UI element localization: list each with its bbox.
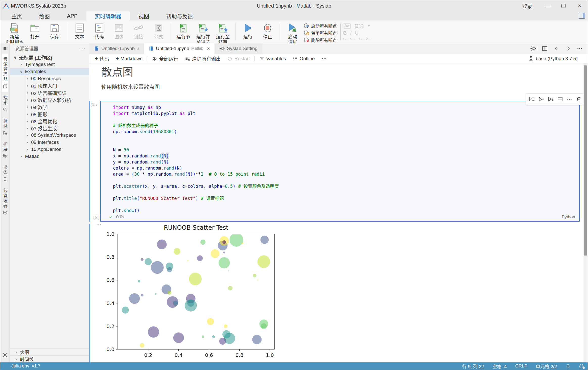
ribbon-tab-view[interactable]: 视图 [130, 11, 158, 20]
maximize-button[interactable] [555, 0, 572, 11]
split-editor-icon[interactable] [542, 45, 548, 52]
activity-item-extensions[interactable]: 扩展 [2, 139, 8, 162]
more-actions-icon[interactable] [577, 45, 583, 52]
ribbon-button-text[interactable]: 文本 [70, 22, 89, 40]
cell-more-icon[interactable] [566, 96, 573, 103]
navigate-back-icon[interactable] [553, 45, 559, 52]
chevron-down-icon: ∨ [19, 69, 23, 74]
tree-item-05-图形[interactable]: ›05 图形 [10, 110, 89, 118]
activity-item-files[interactable]: 资源管理器 [2, 54, 8, 92]
tree-item-02-语言基础知识[interactable]: ›02 语言基础知识 [10, 89, 89, 96]
run-by-line-icon[interactable] [529, 96, 535, 103]
ribbon-button-code[interactable]: 代码 [89, 22, 109, 40]
tree-item-00-resources[interactable]: ›00 Resources [10, 75, 89, 82]
cell-collapse-chevron-icon[interactable]: ∨ [95, 103, 98, 106]
tab-untitled-1-matlab[interactable]: Untitled-1.ipynbMatlab × [144, 43, 215, 54]
sidebar-section-outline[interactable]: ›大纲 [10, 348, 89, 355]
editor-scrollbar[interactable] [583, 63, 588, 362]
sidebar-section-timeline[interactable]: ›时间线 [10, 355, 89, 362]
ribbon-button-open[interactable]: 打开 [25, 22, 45, 40]
activity-item-bookmark[interactable]: 书签 [2, 163, 8, 185]
ribbon-separator [235, 23, 236, 40]
status-julia-env[interactable]: Julia env: v1.7 [11, 363, 40, 369]
activity-item-package[interactable]: 包管理器 [2, 186, 8, 219]
output-more-icon[interactable] [96, 223, 102, 230]
tree-item-01-快速入门[interactable]: ›01 快速入门 [10, 82, 89, 89]
code-editor[interactable]: import numpy as npimport matplotlib.pypl… [113, 104, 575, 214]
tree-item-03-数据导入和分析[interactable]: ›03 数据导入和分析 [10, 96, 89, 103]
settings-gear-icon[interactable] [2, 350, 8, 362]
ribbon-tab-home[interactable]: 主页 [3, 11, 31, 20]
menu-hamburger-icon[interactable]: ≡ [3, 43, 7, 54]
image-icon [113, 22, 125, 34]
clear-outputs-button[interactable]: 清除所有输出 [183, 54, 223, 63]
add-code-cell-button[interactable]: +代码 [93, 54, 111, 63]
tree-item-examples[interactable]: ∨Examples [10, 68, 89, 75]
code-line: x = np.random.rand(N) [113, 153, 575, 159]
layout-panel-icon[interactable] [579, 13, 585, 19]
ribbon-button-stop[interactable]: 停止 [258, 22, 277, 40]
tree-item-无标题-(工作区)[interactable]: ∨无标题 (工作区) [10, 54, 89, 61]
ribbon-tab-help[interactable]: 帮助与反馈 [158, 11, 201, 20]
tab-syslab-setting[interactable]: Syslab Setting [215, 43, 262, 54]
split-cell-icon[interactable] [557, 96, 563, 103]
ribbon-button-save[interactable]: 保存 [45, 22, 64, 40]
tree-item-10-appdemos[interactable]: ›10 AppDemos [10, 146, 89, 153]
restart-kernel-button[interactable]: Restart [225, 55, 252, 62]
ribbon-button-run[interactable]: 运行 [238, 22, 258, 40]
add-markdown-cell-button[interactable]: +Markdown [114, 55, 145, 62]
language-mode-icon[interactable]: { } [579, 364, 584, 369]
outline-button[interactable]: Outline [290, 55, 317, 62]
ribbon-tab-live-editor[interactable]: 实时编辑器 [86, 11, 130, 20]
tab-untitled-1[interactable]: Untitled-1.ipynb.\ [89, 43, 144, 54]
sidebar-more-icon[interactable]: ··· [79, 45, 86, 51]
ribbon-tab-plot[interactable]: 绘图 [31, 11, 58, 20]
run-cell-button[interactable]: ▷ [91, 101, 95, 107]
code-line: np.random.seed(19680801) [113, 129, 575, 135]
tree-item-matlab[interactable]: ›Matlab [10, 153, 89, 160]
ribbon-button-run-section[interactable]: 运行节 [174, 22, 193, 40]
notifications-bell-icon[interactable] [566, 364, 571, 369]
ribbon-button-bp-on[interactable]: 启动所有断点 [303, 22, 337, 29]
status-cell-count[interactable]: 单元格 2/2 [536, 363, 557, 369]
toolbar-more-icon[interactable] [319, 55, 329, 62]
activity-item-debug-alt[interactable]: 调试 [2, 116, 8, 139]
file-tree: ∨无标题 (工作区)›TyImagesTest∨Examples›00 Reso… [10, 54, 89, 160]
status-eol[interactable]: CRLF [515, 363, 527, 369]
plus-icon: + [116, 56, 119, 61]
minimize-button[interactable]: — [539, 0, 555, 11]
run-below-icon[interactable] [547, 96, 554, 103]
navigate-forward-icon[interactable] [565, 45, 571, 52]
activity-item-search[interactable]: 搜索 [2, 93, 8, 115]
tree-item-09-interfaces[interactable]: ›09 Interfaces [10, 139, 89, 146]
variables-button[interactable]: (x)Variables [257, 55, 288, 62]
tree-item-08-syslabworkspace[interactable]: ›08 SyslabWorkspace [10, 132, 89, 139]
code-cell[interactable]: import numpy as npimport matplotlib.pypl… [100, 101, 580, 222]
ribbon-button-run-advance[interactable]: 运行并 前进节 [193, 22, 213, 46]
login-button[interactable]: 登录 [515, 2, 539, 10]
delete-cell-icon[interactable] [575, 96, 582, 103]
run-above-icon[interactable] [538, 96, 545, 103]
run-all-button[interactable]: 全部运行 [150, 54, 180, 63]
editor-settings-gear-icon[interactable] [530, 45, 536, 52]
tree-item-07-报告生成[interactable]: ›07 报告生成 [10, 125, 89, 132]
ribbon-tab-app[interactable]: APP [58, 11, 86, 20]
ribbon-button-run-end[interactable]: 运行至 结束 [213, 22, 233, 46]
ribbon-button-debug[interactable]: 启动 调试 [283, 22, 302, 46]
scrollbar-thumb[interactable] [584, 65, 587, 256]
status-cursor-position[interactable]: 行 9, 列 22 [462, 363, 484, 369]
chevron-down-icon: ▼ [367, 24, 371, 28]
ribbon-button-bp-del[interactable]: 删除所有断点 [303, 37, 337, 43]
cell-language-picker[interactable]: Python [562, 215, 575, 220]
kernel-picker[interactable]: base (Python 3.7.5) [528, 56, 584, 61]
ribbon-button-bp-off[interactable]: 禁用所有断点 [303, 30, 337, 36]
editor-tab-bar: Untitled-1.ipynb.\ Untitled-1.ipynbMatla… [89, 43, 588, 54]
tree-item-06-全局优化[interactable]: ›06 全局优化 [10, 118, 89, 125]
tab-close-icon[interactable]: × [207, 46, 210, 52]
tree-item-04-数学[interactable]: ›04 数学 [10, 103, 89, 110]
tree-item-tyimagestest[interactable]: ›TyImagesTest [10, 61, 89, 68]
ribbon-button-new-script[interactable]: 新建 实时脚本 [4, 22, 25, 46]
status-indentation[interactable]: 空格: 4 [492, 363, 507, 369]
close-button[interactable]: × [572, 0, 588, 11]
activity-label: 书签 [2, 165, 8, 175]
